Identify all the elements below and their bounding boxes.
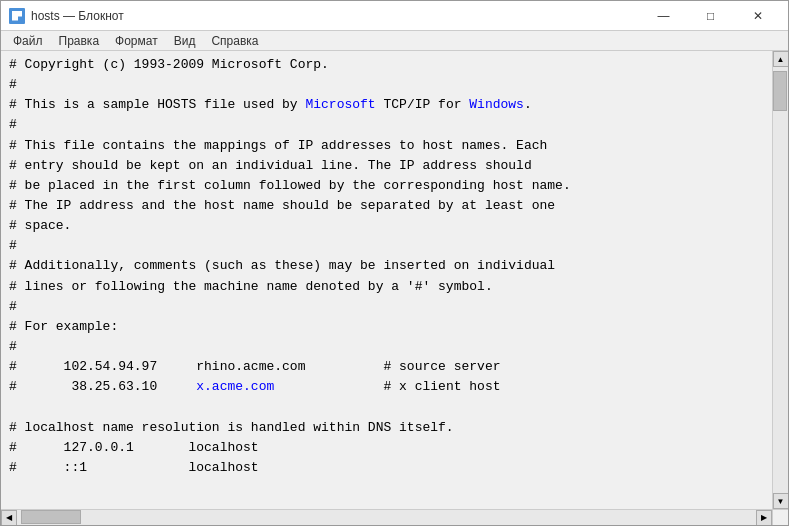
scroll-thumb-v[interactable] bbox=[773, 71, 787, 111]
scroll-up-button[interactable]: ▲ bbox=[773, 51, 789, 67]
scroll-right-button[interactable]: ▶ bbox=[756, 510, 772, 526]
scrollbar-corner bbox=[772, 509, 788, 525]
scroll-down-button[interactable]: ▼ bbox=[773, 493, 789, 509]
title-bar: hosts — Блокнот — □ ✕ bbox=[1, 1, 788, 31]
vertical-scrollbar[interactable]: ▲ ▼ bbox=[772, 51, 788, 509]
scroll-left-button[interactable]: ◀ bbox=[1, 510, 17, 526]
window-controls: — □ ✕ bbox=[641, 6, 780, 26]
menu-format[interactable]: Формат bbox=[107, 32, 166, 50]
menu-edit[interactable]: Правка bbox=[51, 32, 108, 50]
menu-bar: Файл Правка Формат Вид Справка bbox=[1, 31, 788, 51]
scroll-track-v[interactable] bbox=[773, 67, 788, 493]
scroll-thumb-h[interactable] bbox=[21, 510, 81, 524]
editor-inner: # Copyright (c) 1993-2009 Microsoft Corp… bbox=[1, 51, 788, 509]
menu-file[interactable]: Файл bbox=[5, 32, 51, 50]
editor-main: # Copyright (c) 1993-2009 Microsoft Corp… bbox=[1, 51, 788, 525]
scroll-track-h[interactable] bbox=[17, 510, 756, 525]
line-1: # Copyright (c) 1993-2009 Microsoft Corp… bbox=[9, 57, 571, 475]
title-bar-left: hosts — Блокнот bbox=[9, 8, 124, 24]
close-button[interactable]: ✕ bbox=[735, 6, 780, 26]
horizontal-scrollbar[interactable]: ◀ ▶ bbox=[1, 509, 772, 525]
notepad-icon bbox=[9, 8, 25, 24]
bottom-bar: ◀ ▶ bbox=[1, 509, 788, 525]
menu-help[interactable]: Справка bbox=[203, 32, 266, 50]
text-editor[interactable]: # Copyright (c) 1993-2009 Microsoft Corp… bbox=[1, 51, 772, 509]
menu-view[interactable]: Вид bbox=[166, 32, 204, 50]
notepad-window: hosts — Блокнот — □ ✕ Файл Правка Формат… bbox=[0, 0, 789, 526]
minimize-button[interactable]: — bbox=[641, 6, 686, 26]
maximize-button[interactable]: □ bbox=[688, 6, 733, 26]
window-title: hosts — Блокнот bbox=[31, 9, 124, 23]
